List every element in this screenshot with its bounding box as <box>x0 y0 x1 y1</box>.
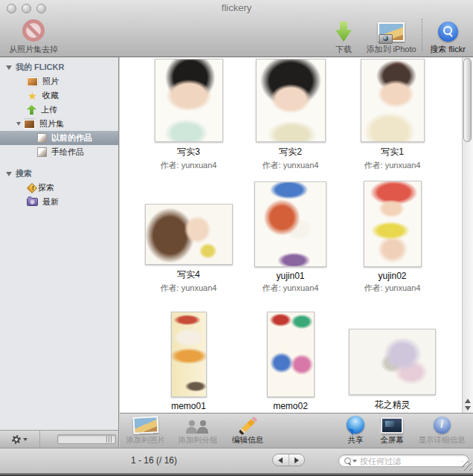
photo-cell[interactable]: 写实3 作者: yunxuan4 <box>138 57 239 177</box>
sidebar-section-gap <box>0 159 118 167</box>
photo-thumbnail[interactable] <box>171 312 207 397</box>
app-window: flickery 从照片集去掉 下载 添加到 iPhoto 搜索 flickr … <box>0 0 473 476</box>
window-bottom-edge <box>0 473 473 476</box>
add-to-photos-button[interactable]: 添加到照片 <box>123 415 169 446</box>
download-label: 下载 <box>335 44 352 55</box>
prev-page-button[interactable] <box>273 454 289 466</box>
photo-author: 作者: yunxuan4 <box>263 160 319 171</box>
download-button[interactable]: 下载 <box>324 18 363 55</box>
add-to-group-label: 添加到分组 <box>178 435 218 446</box>
photo-thumbnail[interactable] <box>361 59 425 142</box>
photo-author: 作者: yunxuan4 <box>161 283 217 294</box>
disclosure-triangle-icon[interactable] <box>16 122 21 126</box>
photo-author: 作者: yunxuan4 <box>364 283 421 294</box>
sidebar-item-label: 探索 <box>38 182 54 193</box>
add-to-iphoto-button[interactable]: 添加到 iPhoto <box>364 18 418 55</box>
scrollbar-arrows <box>463 399 473 411</box>
share-button[interactable]: 共享 <box>340 415 371 446</box>
sidebar-item-label: 照片 <box>42 76 59 87</box>
photo-cell[interactable]: yujin02 作者: yunxuan4 <box>341 177 443 300</box>
scrollbar-thumb[interactable] <box>463 58 472 142</box>
photos-icon <box>27 77 38 86</box>
photo-author: 作者: yunxuan4 <box>364 160 421 171</box>
add-to-photos-label: 添加到照片 <box>126 435 166 446</box>
disclosure-triangle-icon[interactable] <box>6 65 12 70</box>
photo-title: yujin01 <box>276 271 304 281</box>
photo-cell[interactable]: 写实2 作者: yunxuan4 <box>239 57 341 177</box>
add-to-group-button[interactable]: 添加到分组 <box>175 415 221 446</box>
bottom-toolbar: 添加到照片 添加到分组 编辑信息 共享 全屏幕 i 显示详细信息 <box>120 413 473 448</box>
scroll-down-icon[interactable] <box>465 406 471 411</box>
photo-cell[interactable]: 花之精灵 <box>341 300 443 413</box>
photo-thumbnail[interactable] <box>256 59 326 142</box>
sidebar-item-photos[interactable]: 照片 <box>0 74 118 89</box>
scroll-up-icon[interactable] <box>465 399 471 403</box>
photo-thumbnail[interactable] <box>349 329 436 395</box>
next-page-button[interactable] <box>289 454 305 466</box>
search-flickr-button[interactable]: 搜索 flickr <box>425 18 470 55</box>
photo-cell[interactable]: 写实4 作者: yunxuan4 <box>138 177 239 300</box>
slider-grip-icon <box>106 436 112 443</box>
sidebar-item-previous-works[interactable]: 以前的作品 <box>0 131 118 145</box>
photo-title: 花之精灵 <box>375 399 411 411</box>
chevron-down-icon <box>23 438 28 441</box>
sidebar-item-favorites[interactable]: 收藏 <box>0 89 118 103</box>
sidebar-item-label: 收藏 <box>42 90 59 101</box>
vertical-scrollbar[interactable] <box>462 57 473 413</box>
photo-thumbnail[interactable] <box>364 181 422 267</box>
info-icon: i <box>434 416 451 434</box>
photo-cell[interactable]: yujin01 作者: yunxuan4 <box>239 177 341 300</box>
share-label: 共享 <box>348 435 364 446</box>
sidebar-item-recent[interactable]: 最新 <box>0 195 118 209</box>
recent-folder-icon <box>27 198 38 206</box>
photo-thumbnail[interactable] <box>254 181 326 267</box>
photo-author: 作者: yunxuan4 <box>161 160 217 171</box>
magnifier-icon <box>344 457 351 464</box>
sidebar-item-label: 手绘作品 <box>51 147 84 158</box>
status-bar: 1 - 16 (/ 16) <box>0 448 473 473</box>
photo-author: 作者: yunxuan4 <box>263 283 319 294</box>
filter-search-input[interactable] <box>358 456 463 466</box>
sidebar-item-label: 上传 <box>41 104 57 115</box>
photo-cell[interactable]: memo02 <box>239 300 341 413</box>
remove-from-set-label: 从照片集去掉 <box>9 44 58 55</box>
filter-search-field[interactable] <box>338 454 469 467</box>
photo-cell[interactable]: memo01 <box>138 300 239 413</box>
search-options-caret-icon[interactable] <box>353 460 357 463</box>
sidebar-item-photosets[interactable]: 照片集 <box>0 117 118 131</box>
photo-title: 写实4 <box>177 268 200 281</box>
sidebar-item-explore[interactable]: 探索 <box>0 181 118 195</box>
remove-from-set-button[interactable]: 从照片集去掉 <box>6 18 61 55</box>
explore-icon <box>27 182 37 193</box>
sidebar-header-search[interactable]: 搜索 <box>0 167 118 181</box>
sidebar-item-upload[interactable]: 上传 <box>0 103 118 117</box>
group-people-icon <box>185 416 210 434</box>
photo-range-text: 1 - 16 (/ 16) <box>131 455 177 466</box>
edit-info-label: 编辑信息 <box>232 435 263 446</box>
disclosure-triangle-icon[interactable] <box>6 172 12 176</box>
show-details-label: 显示详细信息 <box>419 435 466 446</box>
photo-title: 写实3 <box>177 146 200 158</box>
photo-title: yujin02 <box>378 271 406 281</box>
show-details-button[interactable]: i 显示详细信息 <box>414 415 469 446</box>
photo-title: memo01 <box>171 401 206 411</box>
fullscreen-button[interactable]: 全屏幕 <box>374 415 410 446</box>
edit-info-button[interactable]: 编辑信息 <box>228 415 267 446</box>
photo-title: 写实2 <box>279 146 302 158</box>
sidebar-header-my-flickr[interactable]: 我的 FLICKR <box>0 60 118 74</box>
photo-thumbnail[interactable] <box>145 204 233 265</box>
photoset-thumb-icon <box>37 147 47 157</box>
resize-grip[interactable] <box>462 461 472 471</box>
thumbnail-size-slider[interactable] <box>57 434 116 444</box>
star-icon <box>27 91 38 101</box>
photo-cell[interactable]: 写实1 作者: yunxuan4 <box>341 57 443 177</box>
window-title: flickery <box>0 0 473 16</box>
pencil-icon <box>238 415 258 434</box>
page-nav-control <box>272 454 305 466</box>
photo-thumbnail[interactable] <box>267 312 315 397</box>
sidebar-item-hand-drawn-works[interactable]: 手绘作品 <box>0 145 118 159</box>
photo-thumbnail[interactable] <box>155 59 223 142</box>
action-menu-button[interactable] <box>0 431 40 448</box>
arrow-left-icon <box>278 457 283 463</box>
gear-icon <box>12 435 21 444</box>
